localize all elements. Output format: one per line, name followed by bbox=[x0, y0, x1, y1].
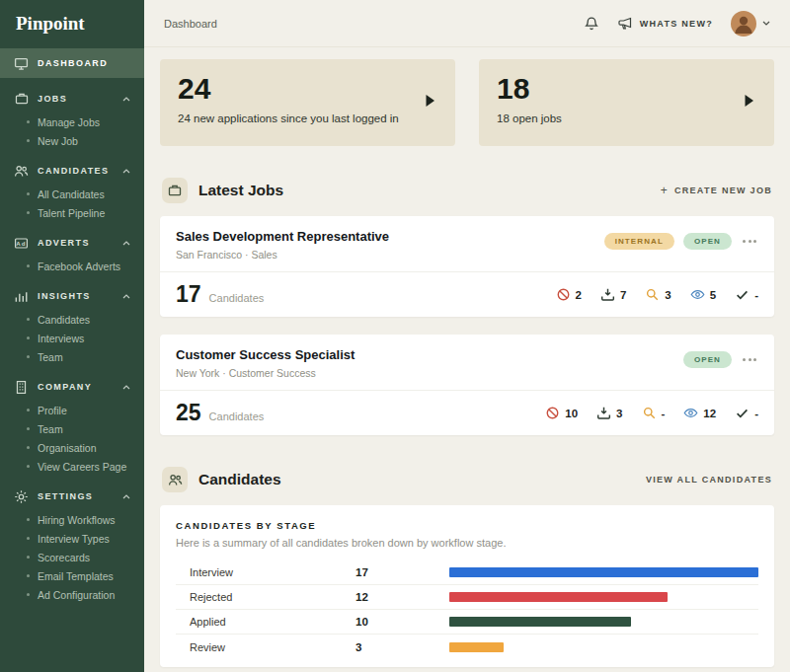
job-title[interactable]: Sales Development Representative bbox=[176, 229, 389, 244]
chevron-down-icon bbox=[762, 21, 770, 26]
stage-stat-interview[interactable]: 12 bbox=[683, 406, 716, 420]
sidebar-item-organisation[interactable]: Organisation bbox=[0, 438, 144, 457]
briefcase-icon bbox=[14, 92, 29, 106]
whats-new-button[interactable]: WHATS NEW? bbox=[617, 16, 713, 32]
sidebar-section-company[interactable]: COMPANY bbox=[0, 373, 144, 401]
stage-stat-applied[interactable]: 3 bbox=[596, 406, 622, 420]
sidebar-item-email-templates[interactable]: Email Templates bbox=[0, 566, 144, 585]
sidebar-section-insights[interactable]: INSIGHTS bbox=[0, 282, 144, 310]
dashboard-content: 24 24 new applications since you last lo… bbox=[144, 47, 790, 667]
svg-text:Ad: Ad bbox=[16, 239, 27, 246]
arrow-right-icon bbox=[744, 94, 754, 112]
stage-stat-applied[interactable]: 7 bbox=[600, 287, 626, 302]
briefcase-icon bbox=[162, 178, 188, 203]
stage-stat-value: 10 bbox=[565, 408, 578, 419]
bullet-icon bbox=[27, 446, 30, 449]
sidebar-item-new-job[interactable]: New Job bbox=[0, 131, 144, 150]
job-card-top: Sales Development Representative San Fra… bbox=[160, 216, 774, 271]
check-icon bbox=[735, 406, 750, 420]
stage-bar bbox=[449, 642, 504, 652]
stage-value: 12 bbox=[356, 591, 449, 603]
stage-stat-disqualified[interactable]: 2 bbox=[556, 287, 582, 302]
stage-value: 10 bbox=[356, 616, 449, 628]
building-icon bbox=[14, 380, 29, 395]
sidebar-section-label: CANDIDATES bbox=[38, 166, 109, 176]
stage-stats: 2 7 3 5 - bbox=[556, 287, 758, 302]
sidebar-item-ad-configuration[interactable]: Ad Configuration bbox=[0, 585, 144, 604]
sidebar-item-profile[interactable]: Profile bbox=[0, 401, 144, 419]
stage-stat-disqualified[interactable]: 10 bbox=[545, 406, 578, 420]
candidate-count-label: Candidates bbox=[209, 411, 265, 422]
applied-icon bbox=[596, 406, 611, 420]
sidebar-item-hiring-workflows[interactable]: Hiring Workflows bbox=[0, 510, 144, 529]
sidebar-item-label: Candidates bbox=[38, 314, 90, 326]
candidate-count: 17 Candidates bbox=[176, 281, 264, 308]
sidebar-item-label: View Careers Page bbox=[38, 461, 126, 473]
stage-stat-offer[interactable]: - bbox=[735, 406, 758, 420]
candidates-header: Candidates VIEW ALL CANDIDATES bbox=[162, 467, 772, 492]
sidebar-item-label: Talent Pipeline bbox=[38, 207, 105, 219]
job-menu-icon[interactable] bbox=[741, 354, 758, 365]
sidebar-section-adverts[interactable]: Ad ADVERTS bbox=[0, 229, 144, 257]
sidebar-section-label: INSIGHTS bbox=[38, 291, 91, 301]
bullet-icon bbox=[27, 556, 30, 559]
review-icon bbox=[645, 287, 660, 302]
stage-stat-value: 3 bbox=[616, 408, 622, 419]
stage-stat-offer[interactable]: - bbox=[735, 287, 758, 302]
action-label: CREATE NEW JOB bbox=[674, 186, 772, 195]
sidebar-item-insights-team[interactable]: Team bbox=[0, 347, 144, 366]
bullet-icon bbox=[27, 355, 30, 358]
job-title[interactable]: Customer Success Specialist bbox=[176, 347, 355, 362]
users-icon bbox=[162, 467, 188, 492]
stat-card-open-jobs[interactable]: 18 18 open jobs bbox=[479, 59, 774, 146]
check-icon bbox=[735, 287, 750, 302]
bullet-icon bbox=[27, 336, 30, 339]
bullet-icon bbox=[27, 427, 30, 430]
stage-bar bbox=[449, 617, 631, 627]
view-all-candidates-button[interactable]: VIEW ALL CANDIDATES bbox=[646, 475, 772, 485]
chevron-up-icon bbox=[122, 291, 130, 301]
job-card-bottom: 25 Candidates 10 3 - 12 - bbox=[160, 390, 774, 435]
job-card-top: Customer Success Specialist New York · C… bbox=[160, 335, 774, 390]
user-menu[interactable] bbox=[731, 11, 770, 37]
stage-label: Review bbox=[190, 641, 356, 653]
sidebar-section-candidates[interactable]: CANDIDATES bbox=[0, 157, 144, 185]
stat-value: 18 bbox=[497, 72, 756, 106]
sidebar-section-jobs[interactable]: JOBS bbox=[0, 85, 144, 112]
stat-card-applications[interactable]: 24 24 new applications since you last lo… bbox=[160, 59, 455, 146]
bell-icon[interactable] bbox=[584, 16, 599, 32]
sidebar-item-dashboard[interactable]: DASHBOARD bbox=[0, 48, 144, 78]
stat-caption: 18 open jobs bbox=[497, 112, 756, 124]
sidebar-item-insights-interviews[interactable]: Interviews bbox=[0, 329, 144, 347]
sidebar-item-scorecards[interactable]: Scorecards bbox=[0, 548, 144, 566]
sidebar-item-manage-jobs[interactable]: Manage Jobs bbox=[0, 112, 144, 131]
sidebar-item-interview-types[interactable]: Interview Types bbox=[0, 529, 144, 548]
stage-stat-review[interactable]: 3 bbox=[645, 287, 671, 302]
sidebar-item-all-candidates[interactable]: All Candidates bbox=[0, 185, 144, 203]
gear-icon bbox=[14, 489, 29, 504]
job-menu-icon[interactable] bbox=[741, 236, 758, 247]
stage-stat-review[interactable]: - bbox=[642, 406, 666, 420]
sidebar-item-talent-pipeline[interactable]: Talent Pipeline bbox=[0, 203, 144, 222]
stage-chart-rows: Interview17Rejected12Applied10Review3 bbox=[176, 560, 758, 659]
job-card: Customer Success Specialist New York · C… bbox=[160, 335, 774, 435]
sidebar-item-facebook-adverts[interactable]: Facebook Adverts bbox=[0, 257, 144, 275]
card-title: CANDIDATES BY STAGE bbox=[176, 520, 758, 531]
bullet-icon bbox=[27, 518, 30, 521]
sidebar-item-view-careers-page[interactable]: View Careers Page bbox=[0, 457, 144, 476]
sidebar-item-label: New Job bbox=[38, 135, 78, 147]
sidebar-item-insights-candidates[interactable]: Candidates bbox=[0, 310, 144, 329]
job-card: Sales Development Representative San Fra… bbox=[160, 216, 774, 317]
ad-icon: Ad bbox=[14, 236, 29, 251]
sidebar-item-label: Ad Configuration bbox=[38, 589, 115, 601]
sidebar-section-settings[interactable]: SETTINGS bbox=[0, 483, 144, 510]
stage-value: 17 bbox=[356, 566, 449, 578]
chevron-up-icon bbox=[122, 166, 130, 176]
section-title: Candidates bbox=[198, 471, 281, 488]
sidebar-item-label: DASHBOARD bbox=[38, 58, 108, 68]
sidebar-item-company-team[interactable]: Team bbox=[0, 419, 144, 438]
stage-stat-interview[interactable]: 5 bbox=[690, 287, 716, 302]
megaphone-icon bbox=[617, 16, 633, 32]
create-new-job-button[interactable]: + CREATE NEW JOB bbox=[661, 184, 772, 197]
status-badge-internal: INTERNAL bbox=[604, 233, 674, 250]
